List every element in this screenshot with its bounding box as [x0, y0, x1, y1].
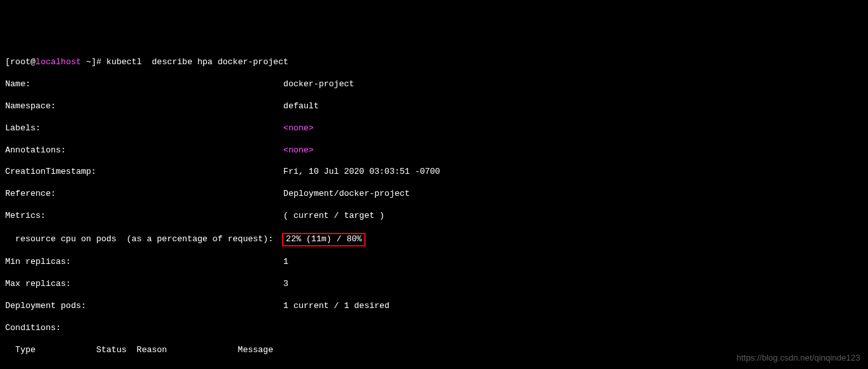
- row-annotations: Annotations: <none>: [5, 145, 863, 156]
- row-reference: Reference: Deployment/docker-project: [5, 189, 863, 200]
- row-namespace: Namespace: default: [5, 101, 863, 112]
- row-name: Name: docker-project: [5, 79, 863, 90]
- row-labels: Labels: <none>: [5, 123, 863, 134]
- highlight-box: 22% (11m) / 80%: [282, 233, 366, 246]
- row-max-replicas: Max replicas: 3: [5, 279, 863, 290]
- prompt-line[interactable]: [root@localhost ~]# kubectl describe hpa…: [5, 57, 863, 68]
- path: ~]#: [81, 57, 106, 67]
- host: localhost: [36, 57, 81, 67]
- row-deployment-pods: Deployment pods: 1 current / 1 desired: [5, 301, 863, 312]
- row-min-replicas: Min replicas: 1: [5, 257, 863, 268]
- row-creation: CreationTimestamp: Fri, 10 Jul 2020 03:0…: [5, 167, 863, 178]
- row-conditions: Conditions:: [5, 323, 863, 334]
- row-cpu-metric-highlight: resource cpu on pods (as a percentage of…: [5, 233, 863, 246]
- row-cond-header: Type Status Reason Message: [5, 345, 863, 356]
- row-metrics: Metrics: ( current / target ): [5, 211, 863, 222]
- terminal-output[interactable]: [root@localhost ~]# kubectl describe hpa…: [5, 47, 863, 369]
- row-cond-dashes: ---- ------ ------ -------: [5, 366, 863, 369]
- command: kubectl describe hpa docker-project: [106, 57, 288, 67]
- at-sign: @: [30, 57, 36, 67]
- user: root: [10, 57, 30, 67]
